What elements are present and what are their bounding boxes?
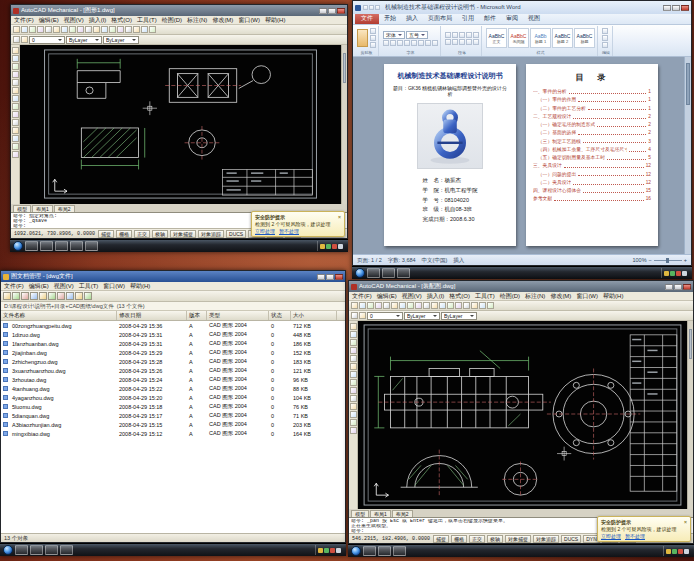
menu-item[interactable]: 绘图(D) [162,16,182,25]
status-language[interactable]: 中文(中国) [422,257,448,264]
layout-tab[interactable]: 布局2 [54,205,75,212]
font-color-icon[interactable] [432,40,438,46]
zoom-in-icon[interactable]: + [684,257,687,263]
toolbar-icon[interactable] [391,302,398,309]
ribbon-tab[interactable]: 插入 [401,14,423,24]
close-button[interactable] [335,274,343,280]
status-toggle-button[interactable]: 捕捉 [433,535,449,543]
menu-item[interactable]: 视图(V) [64,16,84,25]
draw-tool-icon[interactable] [12,143,19,150]
minimize-button[interactable] [317,274,325,280]
toc-entry[interactable]: 四、课程设计心得体会 15 [533,188,651,194]
start-button[interactable] [13,241,23,251]
toolbar-icon[interactable] [351,302,358,309]
file-row[interactable]: 1dizuo.dwg 2008-04-29 15:31 A CAD 图形 200… [1,330,345,339]
menu-item[interactable]: 标注(N) [187,16,207,25]
menu-item[interactable]: 帮助(H) [265,16,285,25]
tray-icon[interactable] [684,549,689,554]
draw-tool-icon[interactable] [12,63,19,70]
file-row[interactable]: 3xuanzhuanzhou.dwg 2008-04-29 15:26 A CA… [1,366,345,375]
file-row[interactable]: 2jiajinban.dwg 2008-04-29 15:29 A CAD 图形… [1,348,345,357]
draw-tool-icon[interactable] [350,331,357,338]
make-layer-current-icon[interactable] [359,312,366,319]
menu-item[interactable]: 工具(T) [137,16,157,25]
toolbar-icon[interactable] [84,292,92,300]
close-button[interactable] [681,5,689,11]
tray-icon[interactable] [326,244,331,249]
taskbar-item[interactable] [40,241,53,251]
start-button[interactable] [355,268,365,278]
menu-item[interactable]: 编辑(E) [39,16,59,25]
minimize-button[interactable] [665,284,673,290]
toc-page[interactable]: 目 录 一、零件的分析 1 （一）零件的作用 [526,64,658,246]
toolbar-icon[interactable] [30,292,38,300]
layer-manager-icon[interactable] [351,312,358,319]
tray-icon[interactable] [664,271,669,276]
style-gallery-item[interactable]: AaBb 标题 1 [530,28,551,48]
status-toggle-button[interactable]: DUCS [226,230,246,238]
file-row[interactable]: 2zhichengzuo.dwg 2008-04-29 15:28 A CAD … [1,357,345,366]
menu-item[interactable]: 视图(V) [402,292,422,301]
notification-link-secondary[interactable]: 暂不处理 [279,228,299,234]
status-toggle-button[interactable]: 正交 [134,230,150,238]
toolbar-icon[interactable] [423,302,430,309]
close-button[interactable] [683,284,691,290]
file-row[interactable]: 5luomu.dwg 2008-04-29 15:18 A CAD 图形 200… [1,402,345,411]
toolbar-icon[interactable] [133,26,140,33]
maximize-button[interactable] [326,274,334,280]
format-painter-icon[interactable] [370,42,376,48]
toolbar-icon[interactable] [487,302,494,309]
toc-entry[interactable]: （三）制定工艺路线 3 [533,139,651,145]
find-icon[interactable] [602,28,608,34]
taskbar-item[interactable] [378,546,391,556]
tray-icon[interactable] [332,244,337,249]
status-toggle-button[interactable]: 对象捕捉 [505,535,531,543]
toc-entry[interactable]: 参考文献 16 [533,196,651,202]
menu-item[interactable]: 修改(M) [550,292,571,301]
toolbar-icon[interactable] [66,292,74,300]
file-row[interactable]: 4tanhuang.dwg 2008-04-29 15:22 A CAD 图形 … [1,384,345,393]
indent-icon[interactable] [466,32,472,38]
vertical-scrollbar[interactable] [341,45,347,204]
toolbar-icon[interactable] [45,26,52,33]
file-row[interactable]: 5dianquan.dwg 2008-04-29 15:17 A CAD 图形 … [1,411,345,420]
zoom-out-icon[interactable]: − [649,257,652,263]
style-gallery-item[interactable]: AaBbC 标题 [574,28,595,48]
toolbar-icon[interactable] [399,302,406,309]
titlebar[interactable]: AutoCAD Mechanical - [装配图.dwg] [349,281,693,292]
titlebar[interactable]: AutoCAD Mechanical - [图形1.dwg] [11,5,347,16]
align-center-icon[interactable] [452,39,458,45]
start-button[interactable] [351,546,361,556]
tray-icon[interactable] [678,549,683,554]
layout-tab[interactable]: 布局1 [32,205,53,212]
toolbar-icon[interactable] [415,302,422,309]
draw-tool-icon[interactable] [350,411,357,418]
menu-item[interactable]: 绘图(D) [500,292,520,301]
ribbon-tab[interactable]: 邮件 [479,14,501,24]
file-row[interactable]: 1fanzhuanban.dwg 2008-04-29 15:31 A CAD … [1,339,345,348]
notification-link-primary[interactable]: 立即处理 [255,228,275,234]
status-toggle-button[interactable]: 正交 [469,535,485,543]
underline-icon[interactable] [397,40,403,46]
taskbar-item[interactable] [367,268,380,278]
zoom-slider[interactable] [654,260,682,261]
paste-button[interactable] [357,29,368,47]
draw-tool-icon[interactable] [350,339,357,346]
menu-item[interactable]: 插入(I) [89,16,107,25]
taskbar-item[interactable] [85,241,98,251]
draw-tool-icon[interactable] [350,363,357,370]
ribbon-tab[interactable]: 开始 [379,14,401,24]
toolbar-icon[interactable] [53,26,60,33]
minimize-button[interactable] [663,5,671,11]
menu-item[interactable]: 视图(V) [54,282,74,291]
font-name-select[interactable]: 宋体 [383,31,405,39]
maximize-button[interactable] [328,8,336,14]
tray-icon[interactable] [676,271,681,276]
ribbon-tab[interactable]: 引用 [457,14,479,24]
toolbar-icon[interactable] [125,26,132,33]
line-spacing-icon[interactable] [473,39,479,45]
draw-tool-icon[interactable] [350,371,357,378]
zoom-level[interactable]: 100% [632,257,646,263]
font-size-select[interactable]: 五号 [406,31,428,39]
outdent-icon[interactable] [459,32,465,38]
